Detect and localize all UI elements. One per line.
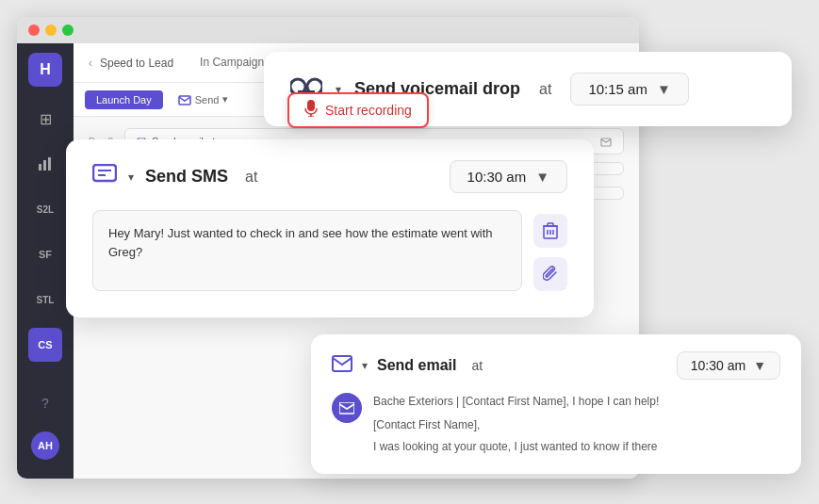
sms-label: Send SMS <box>145 167 228 187</box>
email-dropdown-arrow[interactable]: ▾ <box>362 359 368 372</box>
email-time-select[interactable]: 10:30 am ▼ <box>677 351 780 380</box>
sidebar-item-grid[interactable]: ⊞ <box>17 98 74 139</box>
email-row: Bache Exteriors | [Contact First Name], … <box>332 393 780 457</box>
sms-time: 10:30 am <box>467 169 527 185</box>
sidebar-item-sf[interactable]: SF <box>17 234 74 275</box>
email-card: ▾ Send email at 10:30 am ▼ Bache Exterio… <box>311 334 801 474</box>
sidebar-item-stl[interactable]: STL <box>17 279 74 320</box>
email-label: Send email <box>377 357 456 374</box>
email-subject-line: Bache Exteriors | [Contact First Name], … <box>373 393 659 411</box>
svg-rect-1 <box>43 160 46 171</box>
close-button[interactable] <box>28 24 40 36</box>
sms-icon <box>92 164 117 190</box>
email-sender-avatar <box>332 393 362 423</box>
sf-icon: SF <box>28 237 62 271</box>
stl-icon: STL <box>28 283 62 317</box>
sms-header: ▾ Send SMS at 10:30 am ▼ <box>92 160 567 193</box>
email-at: at <box>471 358 483 373</box>
grid-icon: ⊞ <box>28 102 62 136</box>
sms-dropdown-arrow[interactable]: ▾ <box>128 171 134 184</box>
sms-time-select[interactable]: 10:30 am ▼ <box>450 160 567 193</box>
email-body-text: Bache Exteriors | [Contact First Name], … <box>373 393 659 457</box>
day-8-controls <box>600 136 612 147</box>
launch-day-button[interactable]: Launch Day <box>85 90 163 109</box>
sidebar-bottom: ? AH <box>28 382 62 469</box>
svg-rect-23 <box>339 402 354 414</box>
s2l-icon: S2L <box>28 192 62 226</box>
sidebar-item-help[interactable]: ? <box>28 382 62 424</box>
svg-rect-8 <box>307 100 315 111</box>
email-greeting-line: [Contact First Name], <box>373 416 659 434</box>
voicemail-time-select[interactable]: 10:15 am ▼ <box>570 73 688 106</box>
sms-time-arrow: ▼ <box>535 169 549 185</box>
cs-icon: CS <box>28 328 62 362</box>
voicemail-time: 10:15 am <box>588 81 647 97</box>
send-dropdown[interactable]: ▾ <box>222 93 228 106</box>
help-icon: ? <box>28 386 62 420</box>
sidebar-logo[interactable]: H <box>28 53 62 87</box>
svg-rect-11 <box>93 165 116 181</box>
back-arrow[interactable]: ‹ <box>89 57 92 70</box>
sms-actions <box>533 210 567 291</box>
email-icon <box>332 355 352 377</box>
chart-icon <box>28 147 62 181</box>
email-time-arrow: ▼ <box>753 358 766 373</box>
sms-message-input[interactable] <box>92 210 522 291</box>
sidebar: H ⊞ S2L SF STL CS ? AH <box>17 43 74 479</box>
voicemail-time-arrow: ▼ <box>657 81 671 97</box>
sidebar-item-chart[interactable] <box>17 143 74 185</box>
start-recording-button[interactable]: Start recording <box>287 92 429 128</box>
avatar[interactable]: AH <box>31 431 59 460</box>
breadcrumb: Speed to Lead <box>100 57 173 70</box>
svg-rect-0 <box>39 164 41 171</box>
voicemail-at: at <box>539 81 551 98</box>
tab-in-campaign[interactable]: In Campaign <box>188 52 275 74</box>
sms-delete-button[interactable] <box>533 214 567 248</box>
svg-rect-2 <box>48 157 51 171</box>
sms-attach-button[interactable] <box>533 257 567 291</box>
sidebar-item-cs[interactable]: CS <box>17 324 74 366</box>
titlebar <box>17 17 639 43</box>
sms-at: at <box>245 169 257 186</box>
maximize-button[interactable] <box>62 24 74 36</box>
microphone-icon <box>304 100 318 121</box>
sms-body <box>92 210 567 291</box>
sidebar-item-s2l[interactable]: S2L <box>17 188 74 230</box>
email-header: ▾ Send email at 10:30 am ▼ <box>332 351 780 380</box>
email-time: 10:30 am <box>691 358 745 373</box>
start-recording-label: Start recording <box>325 103 412 118</box>
send-label: Send <box>195 94 220 106</box>
email-body-line: I was looking at your quote, I just want… <box>373 438 659 456</box>
sms-card: ▾ Send SMS at 10:30 am ▼ <box>66 139 594 317</box>
minimize-button[interactable] <box>45 24 57 36</box>
